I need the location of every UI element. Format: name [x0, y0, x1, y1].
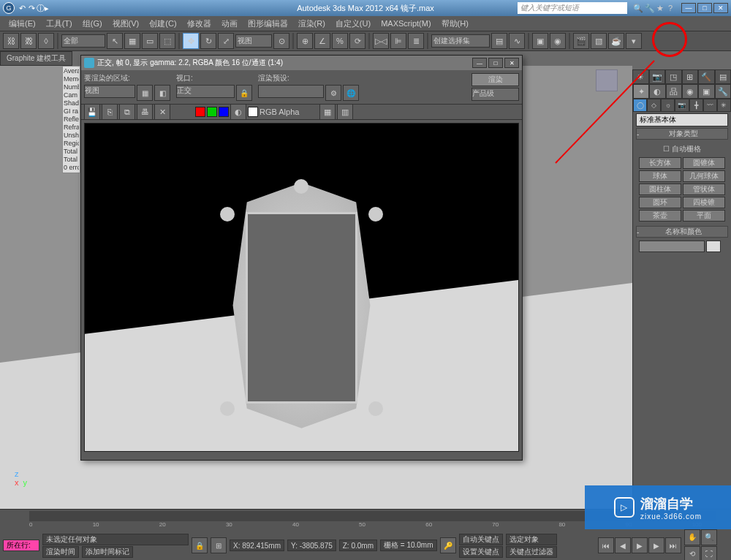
- object-type-header[interactable]: -对象类型: [636, 128, 728, 140]
- print-image-icon[interactable]: 🖶: [137, 104, 153, 120]
- name-color-header[interactable]: -名称和颜色: [636, 226, 728, 238]
- play-next-icon[interactable]: ▶: [648, 537, 664, 553]
- spinner-snap-icon[interactable]: ⟳: [349, 33, 366, 49]
- region-dropdown[interactable]: 视图: [84, 85, 135, 98]
- render-icon[interactable]: ☕: [608, 33, 624, 49]
- create-tab[interactable]: ✦: [633, 84, 649, 99]
- object-name-input[interactable]: [639, 241, 705, 252]
- menu-create[interactable]: 创建(C): [145, 17, 181, 31]
- bind-icon[interactable]: ◊: [38, 33, 54, 49]
- sphere-button[interactable]: 球体: [639, 170, 681, 182]
- menu-render[interactable]: 渲染(R): [294, 17, 330, 31]
- primitive-dropdown[interactable]: 标准基本体: [636, 113, 728, 126]
- unlink-icon[interactable]: ⛓̸: [20, 33, 37, 49]
- helpers-icon[interactable]: ╋: [689, 99, 703, 112]
- key-icon[interactable]: 🔑: [440, 537, 456, 553]
- hierarchy-tab[interactable]: 品: [666, 84, 682, 99]
- app-logo[interactable]: G: [3, 2, 15, 14]
- util-icon[interactable]: ⊞: [682, 69, 699, 84]
- copy-image-icon[interactable]: ⎘: [102, 104, 118, 120]
- region-edit-icon[interactable]: ▦: [137, 85, 153, 101]
- play-icon[interactable]: ▶: [632, 537, 648, 553]
- viewport-dropdown[interactable]: 正交: [176, 85, 235, 98]
- pivot-icon[interactable]: ⊙: [273, 33, 289, 49]
- add-marker[interactable]: 添加时间标记: [82, 546, 133, 558]
- schematic-icon[interactable]: ▣: [532, 33, 548, 49]
- menu-view[interactable]: 视图(V): [108, 17, 144, 31]
- binoculars-icon[interactable]: 🔍: [633, 4, 642, 12]
- ref-coord[interactable]: 视图: [235, 34, 272, 48]
- rotate-icon[interactable]: ↻: [200, 33, 216, 49]
- render-button[interactable]: 渲染: [471, 73, 519, 86]
- production-dropdown[interactable]: 产品级: [471, 88, 519, 101]
- select-icon[interactable]: ↖: [107, 33, 123, 49]
- save-image-icon[interactable]: 💾: [84, 104, 100, 120]
- util3-icon[interactable]: ▤: [715, 69, 732, 84]
- nav-orbit-icon[interactable]: ⟲: [684, 546, 700, 561]
- cameras-icon[interactable]: 📷: [675, 99, 689, 112]
- undo-icon[interactable]: ↶: [19, 4, 26, 13]
- menu-maxscript[interactable]: MAXScript(M): [376, 18, 435, 29]
- camera-icon2[interactable]: 📷: [649, 69, 666, 84]
- mono-icon[interactable]: ◐: [230, 104, 246, 120]
- autokey-button[interactable]: 自动关键点: [459, 534, 503, 545]
- mirror-icon[interactable]: ▷◁: [373, 33, 389, 49]
- menu-help[interactable]: 帮助(H): [437, 17, 473, 31]
- snap-icon[interactable]: ⊕: [297, 33, 313, 49]
- render-setup-btn[interactable]: ⚙: [325, 85, 341, 101]
- cylinder-button[interactable]: 圆柱体: [639, 183, 681, 195]
- selection-filter[interactable]: 全部: [61, 34, 105, 48]
- help-icon[interactable]: ?: [668, 4, 677, 12]
- info-icon[interactable]: ⓘ▸: [37, 3, 49, 14]
- menu-customize[interactable]: 自定义(U): [331, 17, 375, 31]
- cone-button[interactable]: 圆锥体: [683, 157, 725, 169]
- clone-image-icon[interactable]: ⧉: [119, 104, 135, 120]
- selkey-label[interactable]: 选定对象: [506, 534, 557, 545]
- motion-tab[interactable]: ◉: [682, 84, 698, 99]
- tube-button[interactable]: 管状体: [683, 183, 725, 195]
- region-auto-icon[interactable]: ◧: [154, 85, 170, 101]
- search-input[interactable]: 键入关键字或短语: [518, 2, 627, 14]
- render-max-button[interactable]: □: [488, 58, 503, 68]
- object-color-swatch[interactable]: [706, 241, 721, 252]
- graphite-tab[interactable]: Graphite 建模工具: [0, 51, 72, 66]
- menu-animation[interactable]: 动画: [217, 17, 242, 31]
- layer-mgr-icon[interactable]: ▤: [491, 33, 507, 49]
- utilities-tab[interactable]: 🔧: [715, 84, 731, 99]
- modify-tab[interactable]: ◐: [649, 84, 665, 99]
- plane-button[interactable]: 平面: [683, 210, 725, 222]
- swatch-blue[interactable]: [219, 107, 229, 117]
- display-icon[interactable]: ◳: [665, 69, 682, 84]
- space-icon[interactable]: 〰: [703, 99, 717, 112]
- clear-image-icon[interactable]: ✕: [154, 104, 170, 120]
- angle-snap-icon[interactable]: ∠: [314, 33, 330, 49]
- render-close-button[interactable]: ✕: [504, 58, 519, 68]
- select-name-icon[interactable]: ▦: [124, 33, 140, 49]
- toggle-overlay-icon[interactable]: ▦: [319, 104, 336, 120]
- star-icon[interactable]: ★: [656, 4, 665, 12]
- coord-z[interactable]: Z: 0.0mm: [339, 540, 377, 551]
- coord-y[interactable]: Y: -3805.875: [287, 540, 336, 551]
- lights-icon[interactable]: ☼: [661, 99, 675, 112]
- coord-x[interactable]: X: 892.415mm: [230, 540, 284, 551]
- render-setup-icon[interactable]: 🎬: [573, 33, 589, 49]
- render-prod-icon[interactable]: ▾: [626, 33, 642, 49]
- wrench-icon[interactable]: 🔧: [645, 4, 654, 12]
- play-prev-icon[interactable]: ◀: [615, 537, 631, 553]
- minimize-button[interactable]: —: [681, 3, 696, 13]
- nav-zoom-icon[interactable]: 🔍: [701, 529, 717, 545]
- nav-max-icon[interactable]: ⛶: [701, 546, 717, 561]
- systems-icon[interactable]: ✳: [717, 99, 731, 112]
- maximize-button[interactable]: □: [697, 3, 712, 13]
- menu-edit[interactable]: 编辑(E): [4, 17, 40, 31]
- env-btn[interactable]: 🌐: [343, 85, 359, 101]
- render-frame-icon[interactable]: ▧: [591, 33, 607, 49]
- lock-sel-icon[interactable]: 🔒: [192, 537, 208, 553]
- swatch-green[interactable]: [207, 107, 217, 117]
- redo-icon[interactable]: ↷: [29, 4, 35, 13]
- swatch-white[interactable]: [248, 107, 258, 117]
- box-button[interactable]: 长方体: [639, 157, 681, 169]
- menu-group[interactable]: 组(G): [78, 17, 107, 31]
- play-start-icon[interactable]: ⏮: [598, 537, 614, 553]
- light-icon[interactable]: ☀: [632, 69, 649, 84]
